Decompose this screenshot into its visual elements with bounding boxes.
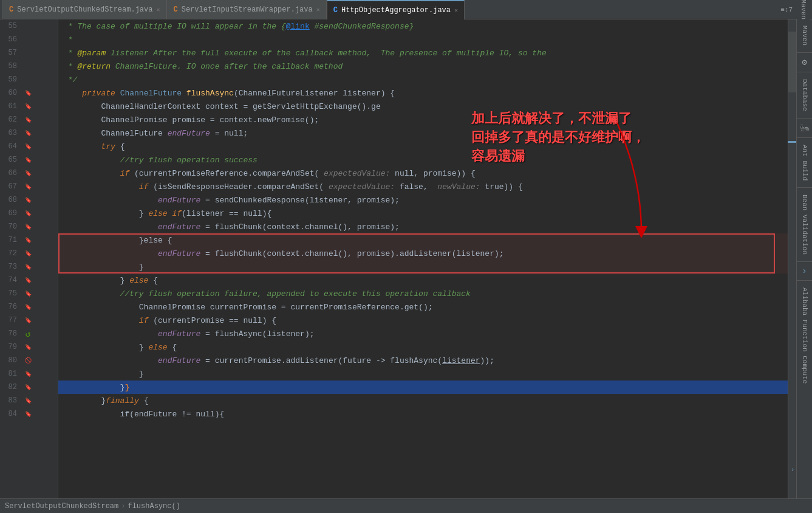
tab-close-3[interactable]: ✕ (454, 7, 458, 14)
code-token: if (139, 316, 149, 325)
bookmark-icon-70[interactable]: 🔖 (23, 224, 33, 230)
code-token: false, (395, 182, 437, 191)
code-token: if (139, 182, 149, 191)
bookmark-icon-69[interactable]: 🔖 (23, 210, 33, 217)
bookmark-icon-68[interactable]: 🔖 (23, 197, 33, 204)
code-token: flushAsync (186, 89, 234, 98)
code-line-74: } else { (58, 274, 788, 287)
tab-close-1[interactable]: ✕ (156, 6, 160, 13)
bookmark-icon-60[interactable]: 🔖 (23, 90, 33, 97)
code-token: listener After the full execute of the c… (106, 49, 547, 58)
maven-panel-button[interactable]: Maven (797, 0, 810, 21)
code-token: = flushChunk(context.channel(), promise)… (200, 222, 400, 232)
bookmark-icon-73[interactable]: 🔖 (23, 264, 33, 270)
tab-overflow-count[interactable]: ≡↕7 (776, 6, 797, 13)
tab-http-aggregator[interactable]: C HttpObjectAggregator.java ✕ (327, 0, 465, 19)
gutter-row-62: 62🔖 (0, 113, 58, 126)
code-token: * (63, 35, 73, 44)
code-area[interactable]: 加上后就解决了，不泄漏了回掉多了真的是不好维护啊，容易遗漏 * The case… (58, 19, 788, 498)
bookmark-icon-62[interactable]: 🔖 (23, 117, 33, 123)
code-token: { (168, 343, 177, 352)
code-token: (isSendResponseHeader.compareAndSet( (148, 182, 328, 191)
gutter-row-55: 55 (0, 19, 58, 33)
code-token: endFuture (158, 222, 200, 232)
bookmark-icon-64[interactable]: 🔖 (23, 143, 33, 150)
code-token: (listener == null){ (182, 209, 271, 218)
code-token: else (148, 343, 167, 352)
gutter-row-64: 64🔖 (0, 140, 58, 153)
maven-tool[interactable]: Maven (799, 21, 811, 50)
ant-build-tool[interactable]: Ant Build (799, 140, 811, 185)
bookmark-icon-76[interactable]: 🔖 (23, 304, 33, 311)
bookmark-icon-61[interactable]: 🔖 (23, 103, 33, 110)
code-token: = flushChunk(context.channel(), promise)… (200, 249, 503, 258)
right-scrollbar[interactable]: › (788, 19, 796, 498)
code-line-57: * @param listener After the full execute… (58, 46, 788, 60)
database-tool[interactable]: Database (799, 74, 811, 116)
bookmark-icon-74[interactable]: 🔖 (23, 277, 33, 284)
bookmark-icon-72[interactable]: 🔖 (23, 250, 33, 257)
code-token: newValue: (437, 182, 480, 191)
code-token (63, 196, 158, 205)
bookmark-icon-79[interactable]: 🔖 (23, 344, 33, 351)
gutter-row-78: 78↺ (0, 327, 58, 340)
bean-validation-tool[interactable]: Bean Validation (799, 190, 811, 260)
code-token: }else { (63, 236, 172, 245)
tab-label-1: ServletOutputChunkedStream.java (17, 5, 152, 14)
tool-divider-3 (797, 118, 812, 119)
bookmark-icon-65[interactable]: 🔖 (23, 157, 33, 164)
tool-divider-2 (797, 72, 812, 72)
code-token (63, 316, 139, 325)
arrow-right-icon[interactable]: › (799, 264, 809, 278)
tab-servlet-input[interactable]: C ServletInputStreamWrapper.java ✕ (166, 0, 326, 19)
reload-icon-78[interactable]: ↺ (23, 329, 33, 339)
code-line-79: } else { (58, 340, 788, 354)
bookmark-icon-84[interactable]: 🔖 (23, 411, 33, 418)
tab-icon-2: C (173, 5, 177, 14)
code-token: ChannelFuture (63, 129, 168, 138)
bookmark-icon-81[interactable]: 🔖 (23, 371, 33, 377)
code-token: if (120, 169, 130, 178)
stop-icon-80[interactable]: 🚫 (23, 357, 33, 364)
code-line-65: //try flush operation success (58, 153, 788, 167)
line-number-56: 56 (0, 35, 22, 44)
code-token: finally (106, 396, 139, 405)
code-token: (currentPromise == null) { (148, 316, 276, 325)
gutter-row-66: 66🔖 (0, 167, 58, 180)
code-token: //try flush operation success (63, 156, 258, 165)
bookmark-icon-75[interactable]: 🔖 (23, 291, 33, 297)
gear-icon[interactable]: ⚙ (799, 55, 809, 70)
bookmark-icon-67[interactable]: 🔖 (23, 184, 33, 190)
gutter-row-68: 68🔖 (0, 193, 58, 207)
right-tools-panel: Maven ⚙ Database 🐜 Ant Build Bean Valida… (796, 19, 812, 498)
code-line-82: }} (58, 380, 788, 394)
line-number-81: 81 (0, 370, 22, 378)
bookmark-icon-66[interactable]: 🔖 (23, 170, 33, 177)
scroll-marker-3 (788, 141, 796, 143)
line-number-67: 67 (0, 182, 22, 191)
line-number-76: 76 (0, 303, 22, 311)
bookmark-icon-71[interactable]: 🔖 (23, 237, 33, 244)
line-number-79: 79 (0, 343, 22, 351)
tab-servlet-output[interactable]: C ServletOutputChunkedStream.java ✕ (2, 0, 166, 19)
bookmark-icon-83[interactable]: 🔖 (23, 398, 33, 404)
code-token: = currentPromise.addListener(future -> f… (200, 356, 442, 365)
code-token: * (63, 62, 77, 71)
tab-bar: C ServletOutputChunkedStream.java ✕ C Se… (0, 0, 812, 19)
annotation-text: 加上后就解决了，不泄漏了回掉多了真的是不好维护啊，容易遗漏 (471, 109, 645, 165)
ant-icon[interactable]: 🐜 (797, 120, 812, 136)
code-line-76: ChannelPromise currentPromise = currentP… (58, 300, 788, 314)
code-line-72: endFuture = flushChunk(context.channel()… (58, 247, 788, 260)
bookmark-icon-63[interactable]: 🔖 (23, 130, 33, 137)
scroll-thumb[interactable] (788, 32, 796, 92)
scroll-right-arrow[interactable]: › (788, 466, 797, 474)
gutter-row-79: 79🔖 (0, 340, 58, 354)
alibaba-tool[interactable]: Alibaba Function Compute (799, 283, 811, 388)
bookmark-icon-82[interactable]: 🔖 (23, 384, 33, 391)
code-token: @link (286, 22, 310, 31)
code-token (63, 329, 158, 339)
bookmark-icon-77[interactable]: 🔖 (23, 317, 33, 324)
code-line-83: }finally { (58, 394, 788, 407)
tab-close-2[interactable]: ✕ (316, 6, 320, 13)
line-number-74: 74 (0, 276, 22, 284)
